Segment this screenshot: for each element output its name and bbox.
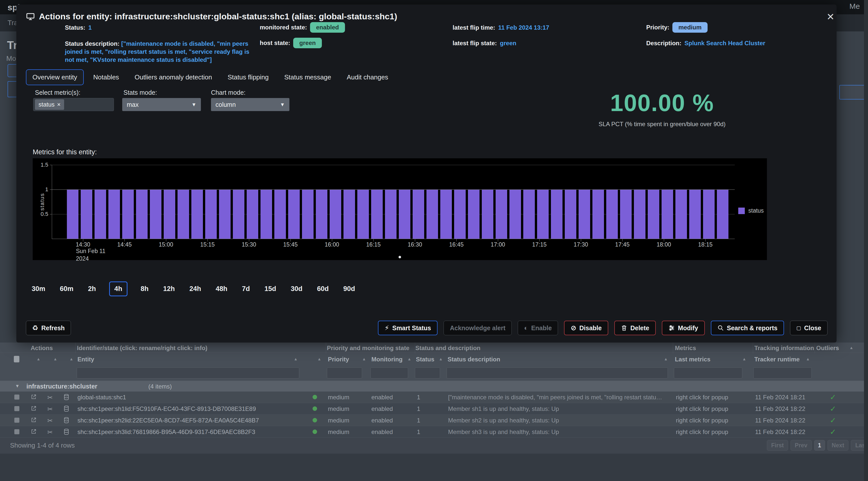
stats-mode-select[interactable]: max ▼ bbox=[122, 98, 201, 111]
select-all-checkbox[interactable] bbox=[14, 356, 19, 362]
time-range-4h[interactable]: 4h bbox=[109, 282, 128, 296]
sort-asc-icon[interactable]: ▲ bbox=[317, 357, 321, 361]
sort-asc-icon[interactable]: ▲ bbox=[806, 357, 810, 361]
row-last-metrics[interactable]: right click for popup bbox=[676, 428, 728, 436]
filter-tracker-runtime[interactable] bbox=[753, 367, 812, 379]
row-last-metrics[interactable]: right click for popup bbox=[676, 394, 728, 401]
time-range-8h[interactable]: 8h bbox=[139, 282, 150, 295]
page-scrollbar[interactable] bbox=[864, 0, 868, 481]
background-right-box[interactable] bbox=[839, 85, 868, 99]
open-entity-icon[interactable] bbox=[31, 394, 37, 401]
page-button-next[interactable]: Next bbox=[828, 440, 849, 451]
tab-outliers-anomaly-detection[interactable]: Outliers anomaly detection bbox=[128, 70, 218, 85]
filter-status[interactable] bbox=[415, 367, 440, 379]
acknowledge-alert-button[interactable]: Acknowledge alert bbox=[443, 321, 512, 335]
table-row[interactable]: ✂shc:shc1peer:sh2lid:22EC5E0A-8CD7-4EF5-… bbox=[0, 415, 868, 426]
sort-asc-icon[interactable]: ▲ bbox=[849, 346, 854, 350]
row-checkbox[interactable] bbox=[14, 394, 19, 399]
col-last-metrics[interactable]: Last metrics bbox=[675, 356, 710, 363]
refresh-button[interactable]: ♻ Refresh bbox=[26, 321, 71, 335]
enable-button[interactable]: ◐ Enable bbox=[518, 321, 558, 335]
row-last-metrics[interactable]: right click for popup bbox=[676, 417, 728, 424]
table-row[interactable]: ✂global-status:shc1mediumenabled1["maint… bbox=[0, 391, 868, 403]
tools-icon[interactable]: ✂ bbox=[47, 417, 53, 425]
collapse-caret-icon[interactable]: ▼ bbox=[15, 384, 20, 389]
data-sources-icon[interactable] bbox=[63, 405, 69, 413]
data-sources-icon[interactable] bbox=[63, 417, 69, 424]
time-range-90d[interactable]: 90d bbox=[342, 282, 356, 295]
tab-status-flipping[interactable]: Status flipping bbox=[221, 70, 275, 85]
modify-button[interactable]: Modify bbox=[662, 321, 705, 335]
sort-asc-icon[interactable]: ▲ bbox=[742, 357, 746, 361]
col-monitoring[interactable]: Monitoring bbox=[371, 356, 403, 363]
time-range-7d[interactable]: 7d bbox=[240, 282, 251, 295]
metrics-chart[interactable]: status 0.511.5 14:3014:4515:0015:1515:30… bbox=[33, 158, 767, 260]
tools-icon[interactable]: ✂ bbox=[47, 405, 53, 413]
close-icon[interactable]: ✕ bbox=[827, 12, 835, 22]
filter-last-metrics[interactable] bbox=[674, 367, 742, 379]
time-range-2h[interactable]: 2h bbox=[87, 282, 98, 295]
search-reports-button[interactable]: Search & reports bbox=[711, 321, 784, 335]
sort-asc-icon[interactable]: ▲ bbox=[439, 357, 443, 361]
col-status-description[interactable]: Status description bbox=[447, 356, 500, 363]
time-range-30m[interactable]: 30m bbox=[30, 282, 47, 295]
chart-mode-select[interactable]: column ▼ bbox=[211, 98, 289, 111]
remove-tag-icon[interactable]: × bbox=[57, 101, 61, 108]
delete-button[interactable]: Delete bbox=[614, 321, 656, 335]
page-button-first[interactable]: First bbox=[767, 440, 788, 451]
col-status[interactable]: Status bbox=[416, 356, 434, 363]
row-checkbox[interactable] bbox=[14, 418, 19, 423]
col-priority[interactable]: Priority bbox=[328, 356, 349, 363]
time-range-48h[interactable]: 48h bbox=[214, 282, 229, 295]
sort-asc-icon[interactable]: ▲ bbox=[362, 357, 366, 361]
tools-icon[interactable]: ✂ bbox=[47, 428, 53, 436]
metric-select-input[interactable]: status × bbox=[33, 98, 114, 111]
page-button-1[interactable]: 1 bbox=[814, 440, 825, 451]
entity-name[interactable]: shc:shc1peer:sh3lid:76819866-B95A-46D9-9… bbox=[78, 428, 255, 436]
sort-asc-icon[interactable]: ▲ bbox=[69, 357, 73, 361]
tab-notables[interactable]: Notables bbox=[87, 70, 125, 85]
col-group-outliers[interactable]: Outliers bbox=[816, 345, 839, 352]
sort-asc-icon[interactable]: ▲ bbox=[53, 357, 57, 361]
sort-asc-icon[interactable]: ▲ bbox=[407, 357, 411, 361]
col-entity[interactable]: Entity bbox=[78, 356, 94, 363]
row-checkbox[interactable] bbox=[14, 429, 19, 434]
sort-asc-icon[interactable]: ▲ bbox=[664, 357, 668, 361]
time-range-12h[interactable]: 12h bbox=[162, 282, 177, 295]
sort-asc-icon[interactable]: ▲ bbox=[36, 357, 40, 361]
entity-name[interactable]: shc:shc1peer:sh1lid:F5C910FA-EC40-43FC-8… bbox=[78, 405, 256, 412]
disable-button[interactable]: ⊘ Disable bbox=[564, 321, 608, 335]
filter-monitoring[interactable] bbox=[370, 367, 408, 379]
open-entity-icon[interactable] bbox=[31, 428, 37, 436]
tab-audit-changes[interactable]: Audit changes bbox=[341, 70, 394, 85]
table-row[interactable]: ✂shc:shc1peer:sh3lid:76819866-B95A-46D9-… bbox=[0, 426, 868, 438]
filter-status-description[interactable] bbox=[446, 367, 668, 379]
time-range-60m[interactable]: 60m bbox=[58, 282, 75, 295]
tools-icon[interactable]: ✂ bbox=[47, 394, 53, 402]
carousel-dot[interactable] bbox=[399, 256, 401, 258]
tab-status-message[interactable]: Status message bbox=[278, 70, 337, 85]
table-group-row[interactable]: ▼ infrastructure:shcluster (4 items) bbox=[0, 381, 868, 391]
filter-entity[interactable] bbox=[77, 367, 299, 379]
open-entity-icon[interactable] bbox=[31, 417, 37, 424]
row-last-metrics[interactable]: right click for popup bbox=[676, 405, 728, 412]
smart-status-button[interactable]: ⚡ Smart Status bbox=[378, 321, 437, 335]
description-value[interactable]: Splunk Search Head Cluster bbox=[684, 40, 765, 47]
data-sources-icon[interactable] bbox=[63, 428, 69, 436]
time-range-60d[interactable]: 60d bbox=[316, 282, 331, 295]
page-button-prev[interactable]: Prev bbox=[790, 440, 812, 451]
close-button[interactable]: ▢ Close bbox=[790, 321, 828, 335]
entity-name[interactable]: shc:shc1peer:sh2lid:22EC5E0A-8CD7-4EF5-8… bbox=[78, 417, 259, 424]
sort-asc-icon[interactable]: ▲ bbox=[294, 357, 298, 361]
time-range-15d[interactable]: 15d bbox=[263, 282, 278, 295]
row-checkbox[interactable] bbox=[14, 406, 19, 411]
tab-overview-entity[interactable]: Overview entity bbox=[26, 69, 84, 85]
time-range-24h[interactable]: 24h bbox=[188, 282, 203, 295]
data-sources-icon[interactable] bbox=[63, 394, 69, 401]
open-entity-icon[interactable] bbox=[31, 405, 37, 412]
col-tracker-runtime[interactable]: Tracker runtime bbox=[754, 356, 800, 363]
entity-name[interactable]: global-status:shc1 bbox=[78, 394, 126, 401]
time-range-30d[interactable]: 30d bbox=[289, 282, 304, 295]
metric-tag[interactable]: status × bbox=[35, 99, 64, 110]
table-row[interactable]: ✂shc:shc1peer:sh1lid:F5C910FA-EC40-43FC-… bbox=[0, 403, 868, 415]
